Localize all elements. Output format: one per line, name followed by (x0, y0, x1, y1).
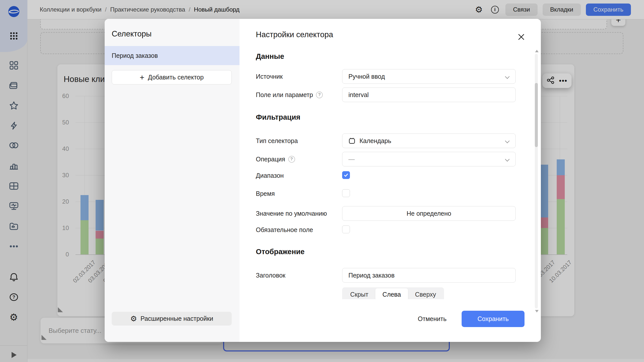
title-label: Заголовок (256, 268, 286, 283)
source-value: Ручной ввод (348, 73, 385, 80)
source-row: Источник Ручной ввод (256, 69, 516, 84)
selectors-panel: Селекторы Период заказов + Добавить селе… (105, 19, 239, 342)
required-row: Обязательное поле (256, 225, 516, 234)
default-value-button[interactable]: Не определено (342, 206, 516, 221)
scroll-down-icon[interactable] (535, 310, 539, 312)
gear-icon: ⚙ (130, 315, 137, 323)
position-option-Скрыт[interactable]: Скрыт (343, 288, 375, 299)
title-position-segmented: СкрытСлеваСверху (342, 287, 444, 299)
selector-type-row: Тип селектора Календарь (256, 133, 516, 148)
operation-row: Операция ? — (256, 152, 516, 166)
default-value: Не определено (407, 210, 451, 217)
operation-select[interactable]: — (342, 152, 516, 166)
selector-type-value: Календарь (359, 137, 391, 145)
range-checkbox[interactable] (342, 171, 350, 179)
range-row: Диапазон (256, 171, 516, 180)
operation-label: Операция ? (256, 152, 295, 166)
data-section-heading: Данные (256, 52, 284, 61)
field-value: interval (348, 91, 369, 99)
operation-value: — (348, 156, 355, 163)
time-checkbox[interactable] (342, 189, 350, 197)
help-circle-icon[interactable]: ? (316, 92, 323, 98)
save-selector-button[interactable]: Сохранить (462, 311, 525, 327)
advanced-settings-label: Расширенные настройки (141, 315, 213, 322)
source-label: Источник (256, 69, 283, 84)
required-label: Обязательное поле (256, 225, 313, 234)
selector-type-select[interactable]: Календарь (342, 133, 516, 148)
default-value-row: Значение по умолчанию Не определено (256, 206, 516, 221)
cancel-button[interactable]: Отменить (414, 313, 450, 325)
screen: + Новые клие 010203040506002.03.201703.0… (0, 0, 644, 362)
default-value-label: Значение по умолчанию (256, 206, 327, 221)
scrollbar-thumb[interactable] (535, 83, 538, 147)
advanced-settings-button[interactable]: ⚙ Расширенные настройки (112, 312, 232, 326)
title-position-clip: СкрытСлеваСверху (342, 287, 516, 299)
time-label: Время (256, 189, 275, 198)
time-row: Время (256, 189, 516, 198)
title-row: Заголовок Период заказов (256, 268, 516, 283)
selectors-panel-title: Селекторы (105, 19, 239, 46)
plus-icon: + (140, 73, 144, 81)
close-icon[interactable] (516, 32, 526, 42)
selectors-dialog: Селекторы Период заказов + Добавить селе… (105, 19, 541, 342)
modal-scrollbar[interactable] (534, 49, 539, 313)
chevron-down-icon (505, 74, 509, 79)
field-row: Поле или параметр ? interval (256, 87, 516, 102)
display-section-heading: Отображение (256, 248, 305, 256)
range-label: Диапазон (256, 171, 284, 180)
dialog-title: Настройки селектора (256, 30, 333, 39)
chevron-down-icon (505, 139, 509, 143)
selector-type-label: Тип селектора (256, 133, 298, 148)
source-select[interactable]: Ручной ввод (342, 69, 516, 84)
scroll-up-icon[interactable] (535, 50, 539, 52)
calendar-icon (348, 137, 355, 144)
add-selector-button[interactable]: + Добавить селектор (112, 70, 232, 84)
add-selector-label: Добавить селектор (148, 74, 204, 81)
field-input[interactable]: interval (342, 87, 516, 102)
filter-section-heading: Фильтрация (256, 113, 300, 121)
chevron-down-icon (505, 157, 509, 161)
selector-settings-panel: Настройки селектора Данные Источник Ручн… (239, 19, 541, 342)
help-circle-icon[interactable]: ? (288, 156, 295, 163)
selector-list-item[interactable]: Период заказов (105, 46, 239, 65)
position-option-Слева[interactable]: Слева (375, 288, 408, 299)
required-checkbox[interactable] (342, 225, 350, 233)
position-option-Сверху[interactable]: Сверху (408, 288, 443, 299)
title-value: Период заказов (348, 272, 394, 279)
field-label: Поле или параметр ? (256, 87, 323, 102)
title-input[interactable]: Период заказов (342, 268, 516, 283)
dialog-footer: Отменить Сохранить (414, 311, 525, 327)
